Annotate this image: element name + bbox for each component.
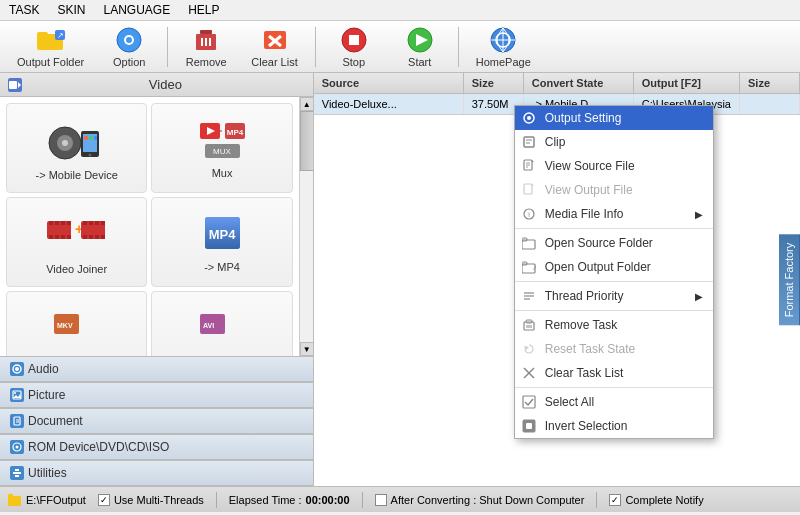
left-panel: Video xyxy=(0,73,314,486)
svg-rect-95 xyxy=(524,184,532,194)
grid-item-avi[interactable]: AVI -> AVI xyxy=(151,291,292,356)
picture-section[interactable]: Picture xyxy=(0,382,313,408)
ctx-media-info-icon: i xyxy=(521,206,537,222)
menu-task[interactable]: TASK xyxy=(6,2,42,18)
svg-rect-46 xyxy=(49,235,53,239)
ctx-open-output-folder[interactable]: ↗ Open Output Folder xyxy=(515,255,713,279)
ctx-thread-priority[interactable]: Thread Priority ▶ xyxy=(515,284,713,308)
audio-icon xyxy=(10,362,24,376)
ctx-output-setting-icon xyxy=(521,110,537,126)
clear-list-button[interactable]: Clear List xyxy=(242,21,306,73)
format-factory-sidebar: Format Factory xyxy=(779,234,800,325)
scrollbar-track: ▲ ▼ xyxy=(299,97,313,356)
ctx-media-info[interactable]: i Media File Info ▶ xyxy=(515,202,713,226)
grid-item-mobile[interactable]: -> Mobile Device xyxy=(6,103,147,193)
ctx-invert-selection-icon xyxy=(521,418,537,434)
menu-language[interactable]: LANGUAGE xyxy=(100,2,173,18)
video-panel-icon xyxy=(8,78,22,92)
scroll-up-btn[interactable]: ▲ xyxy=(300,97,313,111)
rom-section[interactable]: ROM Device\DVD\CD\ISO xyxy=(0,434,313,460)
after-converting-checkbox[interactable] xyxy=(375,494,387,506)
status-bar: E:\FFOutput ✓ Use Multi-Threads Elapsed … xyxy=(0,486,800,512)
start-button[interactable]: Start xyxy=(390,21,450,73)
svg-rect-77 xyxy=(14,417,20,425)
svg-point-6 xyxy=(126,37,132,43)
mobile-label: -> Mobile Device xyxy=(36,169,118,181)
audio-label: Audio xyxy=(28,362,59,376)
remove-button[interactable]: Remove xyxy=(176,21,236,73)
audio-section[interactable]: Audio xyxy=(0,356,313,382)
left-panel-title: Video xyxy=(26,77,305,92)
ctx-remove-task[interactable]: Remove Task xyxy=(515,313,713,337)
picture-icon xyxy=(10,388,24,402)
svg-rect-42 xyxy=(49,221,53,225)
elapsed-time-label: Elapsed Time : xyxy=(229,494,302,506)
ctx-sep-3 xyxy=(515,310,713,311)
svg-text:MP4: MP4 xyxy=(226,128,243,137)
grid-item-mp4[interactable]: MP4 -> MP4 xyxy=(151,197,292,287)
scroll-thumb[interactable] xyxy=(300,111,313,171)
svg-point-75 xyxy=(14,392,16,394)
homepage-button[interactable]: HomePage xyxy=(467,21,540,73)
ctx-clear-task-list[interactable]: Clear Task List xyxy=(515,361,713,385)
svg-rect-32 xyxy=(89,136,93,140)
menu-bar: TASK SKIN LANGUAGE HELP xyxy=(0,0,800,21)
grid-item-joiner[interactable]: + Video Joiner xyxy=(6,197,147,287)
ctx-clip-label: Clip xyxy=(545,135,566,149)
svg-text:AVI: AVI xyxy=(203,322,214,329)
grid-item-mkv[interactable]: MKV -> MKV xyxy=(6,291,147,356)
stop-button[interactable]: Stop xyxy=(324,21,384,73)
svg-marker-24 xyxy=(18,82,21,88)
complete-notify-item: ✓ Complete Notify xyxy=(609,494,703,506)
option-button[interactable]: Option xyxy=(99,21,159,73)
ctx-media-info-arrow: ▶ xyxy=(695,209,703,220)
ctx-output-setting-label: Output Setting xyxy=(545,111,622,125)
video-grid: -> Mobile Device MP4 MUX xyxy=(0,97,299,356)
homepage-icon xyxy=(489,26,517,54)
ctx-view-output-icon xyxy=(521,182,537,198)
document-label: Document xyxy=(28,414,83,428)
svg-rect-57 xyxy=(89,235,93,239)
svg-marker-91 xyxy=(532,160,534,162)
output-folder-icon: ↗ xyxy=(37,26,65,54)
ctx-invert-selection-label: Invert Selection xyxy=(545,419,628,433)
scroll-down-btn[interactable]: ▼ xyxy=(300,342,313,356)
svg-rect-44 xyxy=(61,221,65,225)
svg-rect-52 xyxy=(83,221,87,225)
menu-help[interactable]: HELP xyxy=(185,2,222,18)
svg-rect-23 xyxy=(9,81,17,89)
document-section[interactable]: Document xyxy=(0,408,313,434)
right-panel: Source Size Convert State Output [F2] Si… xyxy=(314,73,800,486)
ctx-remove-task-icon xyxy=(521,317,537,333)
scroll-area[interactable]: -> Mobile Device MP4 MUX xyxy=(0,97,313,356)
ctx-output-setting[interactable]: Output Setting xyxy=(515,106,713,130)
mp4-icon: MP4 xyxy=(195,212,250,257)
ctx-open-output-folder-label: Open Output Folder xyxy=(545,260,651,274)
svg-rect-43 xyxy=(55,221,59,225)
ctx-clip[interactable]: Clip xyxy=(515,130,713,154)
multi-threads-checkbox[interactable]: ✓ xyxy=(98,494,110,506)
ctx-view-source[interactable]: View Source File xyxy=(515,154,713,178)
output-size-cell xyxy=(740,94,800,114)
status-sep-2 xyxy=(362,492,363,508)
ctx-select-all[interactable]: Select All xyxy=(515,390,713,414)
svg-rect-1 xyxy=(37,32,48,36)
complete-notify-checkbox[interactable]: ✓ xyxy=(609,494,621,506)
menu-skin[interactable]: SKIN xyxy=(54,2,88,18)
svg-rect-8 xyxy=(200,30,212,34)
ctx-invert-selection[interactable]: Invert Selection xyxy=(515,414,713,438)
toolbar: ↗ Output Folder Option Remove xyxy=(0,21,800,73)
source-cell: Video-Deluxe... xyxy=(314,94,464,114)
svg-text:i: i xyxy=(528,211,530,218)
output-folder-button[interactable]: ↗ Output Folder xyxy=(8,21,93,73)
svg-point-73 xyxy=(15,367,19,371)
ctx-sep-2 xyxy=(515,281,713,282)
ctx-open-output-folder-icon: ↗ xyxy=(521,259,537,275)
clear-list-icon xyxy=(261,26,289,54)
svg-rect-56 xyxy=(83,235,87,239)
grid-item-mux[interactable]: MP4 MUX Mux xyxy=(151,103,292,193)
ctx-open-source-folder[interactable]: Open Source Folder xyxy=(515,231,713,255)
utilities-section[interactable]: Utilities xyxy=(0,460,313,486)
table-header: Source Size Convert State Output [F2] Si… xyxy=(314,73,800,94)
svg-rect-82 xyxy=(13,472,21,474)
